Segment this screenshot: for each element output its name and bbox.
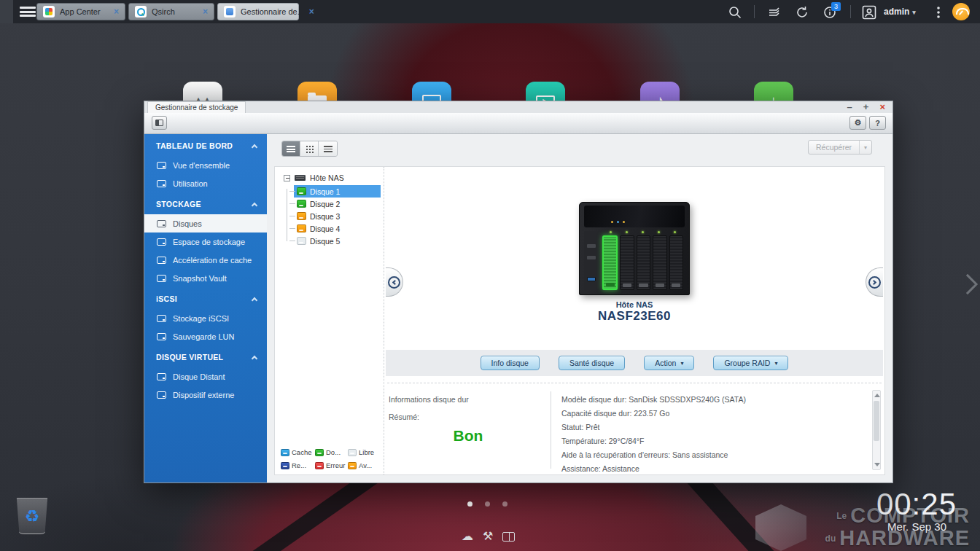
- scrollbar-thumb[interactable]: [874, 401, 879, 441]
- drive-bay-5: [669, 235, 683, 290]
- sidebar-item-snapshot-vault[interactable]: Snapshot Vault: [144, 269, 267, 287]
- error-status-icon: [315, 462, 324, 469]
- close-tab-icon[interactable]: ×: [114, 7, 119, 16]
- scrollbar[interactable]: [872, 390, 881, 470]
- nas-led: [611, 221, 613, 223]
- disk-status-icon: [297, 224, 306, 232]
- drive-bay-1-highlighted: [602, 235, 618, 290]
- list-view-icon: [287, 146, 295, 152]
- drive-bays: [602, 235, 683, 290]
- scroll-up-icon[interactable]: [874, 394, 880, 397]
- disk-info-button[interactable]: Info disque: [481, 356, 540, 370]
- drive-bay-2: [620, 235, 634, 290]
- replace-status-icon: [281, 462, 289, 469]
- ezconnect-cloud-icon[interactable]: ☁: [462, 529, 473, 544]
- summary-label: Résumé:: [389, 413, 549, 421]
- caret-down-icon[interactable]: ▾: [859, 141, 871, 154]
- content-card: Hôte NAS Disque 1 Disque 2 Disque 3 Disq…: [274, 166, 885, 475]
- tree-node-disque-1[interactable]: Disque 1: [294, 185, 381, 198]
- tools-hammer-icon[interactable]: ⚒: [483, 529, 493, 544]
- recycle-bin[interactable]: ♻: [15, 498, 49, 534]
- cache-icon: [157, 257, 166, 264]
- close-tab-icon[interactable]: ×: [203, 7, 208, 16]
- view-grid-button[interactable]: [300, 141, 319, 156]
- close-tab-icon[interactable]: ×: [309, 7, 314, 16]
- sidebar-header-tableau-de-bord[interactable]: TABLEAU DE BORD: [144, 134, 267, 156]
- detail-view-icon: [324, 146, 332, 152]
- nas-power-button: [587, 244, 596, 248]
- legend-erreur: Erreur: [315, 461, 348, 469]
- tab-label: App Center: [60, 7, 109, 16]
- action-dropdown-button[interactable]: Action▾: [644, 356, 694, 370]
- resource-monitor-icon[interactable]: [952, 3, 970, 20]
- sidebar-item-dispositif-externe[interactable]: Dispositif externe: [144, 386, 267, 404]
- background-tasks-icon[interactable]: [767, 5, 782, 20]
- minimize-button[interactable]: –: [847, 102, 852, 112]
- disk-info-heading: Informations disque dur: [389, 395, 549, 404]
- user-avatar-icon[interactable]: [862, 5, 876, 20]
- caret-down-icon: ▾: [912, 9, 916, 16]
- window-top-strip: [144, 101, 892, 113]
- sidebar-header-stockage[interactable]: STOCKAGE: [144, 192, 267, 214]
- notification-badge: 3: [831, 2, 841, 11]
- tree-node-disque-2[interactable]: Disque 2: [294, 198, 384, 210]
- sidebar-header-iscsi[interactable]: iSCSI: [144, 287, 267, 309]
- tree-connector: [287, 189, 287, 241]
- sidebar-item-acceleration-de-cache[interactable]: Accélération de cache: [144, 251, 267, 269]
- desktop-page-dots: [467, 501, 508, 507]
- search-icon[interactable]: [728, 5, 742, 20]
- scroll-down-icon[interactable]: [874, 463, 880, 466]
- help-button[interactable]: ?: [869, 116, 886, 130]
- sidebar-item-stockage-iscsi[interactable]: Stockage iSCSI: [144, 309, 267, 327]
- tab-storage-manager[interactable]: Gestionnaire de... ×: [217, 3, 299, 20]
- sidebar-item-espace-de-stockage[interactable]: Espace de stockage: [144, 232, 267, 251]
- tree-root-hote-nas[interactable]: Hôte NAS: [275, 167, 384, 185]
- sidebar-item-vue-densemble[interactable]: Vue d'ensemble: [144, 156, 267, 174]
- disk-status-icon: [297, 237, 306, 245]
- sidebar-item-utilisation[interactable]: Utilisation: [144, 174, 267, 192]
- settings-button[interactable]: ⚙: [849, 116, 866, 130]
- manual-book-icon[interactable]: [502, 532, 515, 542]
- sidebar-item-disques[interactable]: Disques: [144, 214, 267, 232]
- close-button[interactable]: ×: [879, 102, 885, 112]
- page-dot-1[interactable]: [467, 501, 472, 507]
- nas-top-panel: [584, 206, 685, 227]
- sidebar-item-sauvegarde-lun[interactable]: Sauvegarde LUN: [144, 327, 267, 345]
- disk-health-button[interactable]: Santé disque: [559, 356, 625, 370]
- chevron-up-icon: [252, 355, 257, 361]
- sidebar-item-disque-distant[interactable]: Disque Distant: [144, 367, 267, 386]
- collapse-icon[interactable]: [284, 175, 290, 181]
- tree-node-disque-3[interactable]: Disque 3: [294, 210, 384, 222]
- legend-cache: Cache: [281, 448, 315, 456]
- more-options-icon[interactable]: [933, 5, 944, 20]
- view-list-button[interactable]: [282, 141, 300, 156]
- sidebar-toggle-button[interactable]: [152, 116, 167, 130]
- legend-replace: Re...: [281, 461, 315, 469]
- page-dot-2[interactable]: [485, 501, 490, 507]
- caret-down-icon: ▾: [680, 360, 683, 367]
- nas-icon: [295, 175, 306, 181]
- detail-row: Statut: Prêt: [561, 423, 858, 437]
- device-model-label: NASF23E60: [598, 309, 671, 324]
- user-menu[interactable]: admin▾: [884, 7, 916, 17]
- tab-app-center[interactable]: App Center ×: [36, 3, 125, 20]
- legend-libre: Libre: [348, 448, 380, 456]
- app-center-icon: [43, 6, 55, 17]
- main-menu-icon[interactable]: [20, 7, 36, 17]
- tree-node-disque-5[interactable]: Disque 5: [294, 235, 384, 247]
- page-dot-3[interactable]: [502, 501, 508, 507]
- topbar-divider: [754, 5, 755, 18]
- recover-label: Récupérer: [809, 143, 859, 152]
- view-detail-button[interactable]: [319, 141, 337, 156]
- nas-front-column: [584, 231, 599, 290]
- tab-qsirch[interactable]: Qsirch ×: [128, 3, 214, 20]
- backup-sync-icon[interactable]: [795, 5, 809, 20]
- maximize-button[interactable]: +: [863, 102, 869, 112]
- external-device-icon: [157, 391, 166, 399]
- tree-node-disque-4[interactable]: Disque 4: [294, 222, 384, 235]
- recover-button[interactable]: Récupérer ▾: [808, 140, 872, 155]
- device-tree: Hôte NAS Disque 1 Disque 2 Disque 3 Disq…: [275, 167, 384, 474]
- sidebar: TABLEAU DE BORD Vue d'ensemble Utilisati…: [144, 134, 267, 482]
- sidebar-header-disque-virtuel[interactable]: DISQUE VIRTUEL: [144, 345, 267, 367]
- raid-group-dropdown-button[interactable]: Groupe RAID▾: [713, 356, 788, 370]
